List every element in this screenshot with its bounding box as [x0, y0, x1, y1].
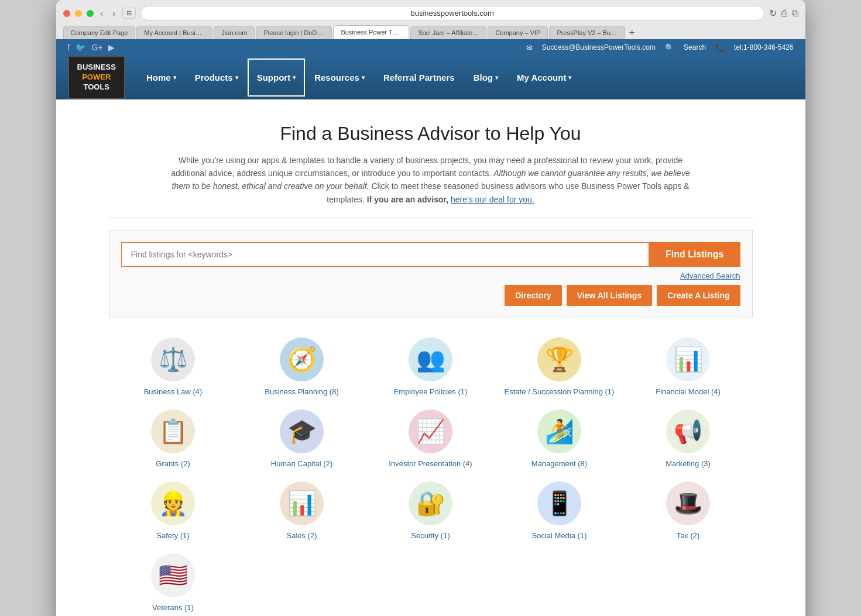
category-icon-4: 📊 — [665, 336, 712, 383]
category-item-7[interactable]: 📈Investor Presentation (4) — [372, 408, 489, 468]
category-link-4[interactable]: Financial Model (4) — [656, 387, 721, 396]
email-link[interactable]: Success@BusinessPowerTools.com — [542, 43, 656, 51]
category-item-6[interactable]: 🎓Human Capital (2) — [243, 408, 361, 468]
category-item-3[interactable]: 🏆Estate / Succession Planning (1) — [501, 336, 618, 396]
category-item-14[interactable]: 🎩Tax (2) — [630, 480, 747, 540]
category-icon-6: 🎓 — [279, 408, 325, 455]
category-icon-3: 🏆 — [536, 336, 583, 383]
main-navigation: Home▾ Products▾ Support▾ Resources▾ Refe… — [137, 58, 581, 97]
category-link-5[interactable]: Grants (2) — [156, 459, 190, 468]
window-button[interactable]: ⧉ — [792, 8, 798, 19]
browser-chrome: ‹ › ⊞ businesspowertools.com ↻ ⎙ ⧉ Compa… — [56, 0, 805, 39]
category-link-13[interactable]: Social Media (1) — [532, 531, 587, 540]
close-dot[interactable] — [63, 10, 70, 17]
category-item-15[interactable]: 🇺🇸Veterans (1) — [115, 552, 232, 612]
tab-jian[interactable]: Jian.com — [214, 26, 255, 39]
category-icon-14: 🎩 — [665, 480, 712, 526]
category-icon-15: 🇺🇸 — [150, 552, 197, 598]
advisor-deal-link[interactable]: here's our deal for you. — [451, 195, 534, 204]
twitter-icon[interactable]: 🐦 — [76, 43, 85, 52]
tab-my-account[interactable]: My Account | Business... — [136, 26, 212, 39]
tab-pressplay[interactable]: PressPlay V2 – Builder — [549, 26, 625, 39]
tab-please-login[interactable]: Please login | DeDomi... — [256, 26, 332, 39]
create-listing-button[interactable]: Create A Listing — [657, 285, 740, 306]
back-button[interactable]: ‹ — [98, 8, 106, 19]
category-icon-10: 👷 — [150, 480, 197, 526]
youtube-icon[interactable]: ▶ — [108, 43, 115, 52]
search-actions: Directory View All Listings Create A Lis… — [121, 285, 740, 306]
category-link-9[interactable]: Marketing (3) — [666, 459, 711, 468]
top-bar-social: f 🐦 G+ ▶ — [68, 43, 115, 52]
reload-button[interactable]: ↻ — [769, 8, 777, 19]
category-link-8[interactable]: Management (8) — [531, 459, 587, 468]
category-link-10[interactable]: Safety (1) — [156, 531, 189, 540]
category-icon-8: 🏄 — [536, 408, 583, 455]
share-button[interactable]: ⎙ — [781, 8, 787, 19]
tab-business-power-tools[interactable]: Business Power Tools... — [333, 25, 409, 39]
category-item-2[interactable]: 👥Employee Policies (1) — [372, 336, 489, 396]
category-link-2[interactable]: Employee Policies (1) — [394, 387, 468, 396]
nav-my-account[interactable]: My Account▾ — [507, 58, 581, 97]
category-item-5[interactable]: 📋Grants (2) — [115, 408, 232, 468]
category-grid: ⚖️Business Law (4)🧭Business Planning (8)… — [109, 336, 753, 612]
find-listings-button[interactable]: Find Listings — [649, 242, 740, 267]
category-link-1[interactable]: Business Planning (8) — [265, 387, 338, 396]
tab-company-edit[interactable]: Company Edit Page — [63, 26, 136, 39]
maximize-dot[interactable] — [87, 10, 94, 17]
nav-blog[interactable]: Blog▾ — [464, 58, 507, 97]
category-link-14[interactable]: Tax (2) — [677, 531, 700, 540]
directory-button[interactable]: Directory — [505, 285, 561, 306]
category-icon-1: 🧭 — [279, 336, 325, 383]
category-link-15[interactable]: Veterans (1) — [152, 603, 194, 612]
page-subtitle: While you're using our apps & templates … — [167, 154, 694, 207]
category-icon-5: 📋 — [150, 408, 197, 455]
tab-soci-jam[interactable]: Soci Jam – Affiliate Inv... — [410, 26, 486, 39]
logo-text: BUSINESS POWER TOOLS — [77, 63, 116, 92]
address-bar[interactable]: businesspowertools.com — [140, 6, 764, 20]
category-item-0[interactable]: ⚖️Business Law (4) — [115, 336, 232, 396]
category-item-13[interactable]: 📱Social Media (1) — [501, 480, 618, 540]
category-link-6[interactable]: Human Capital (2) — [271, 459, 333, 468]
category-item-11[interactable]: 📊Sales (2) — [243, 480, 361, 540]
phone-link[interactable]: tel:1-800-346-5426 — [734, 43, 793, 51]
category-icon-9: 📢 — [665, 408, 712, 455]
search-input[interactable] — [121, 242, 649, 267]
category-item-10[interactable]: 👷Safety (1) — [115, 480, 232, 540]
facebook-icon[interactable]: f — [68, 43, 70, 52]
nav-resources[interactable]: Resources▾ — [305, 58, 374, 97]
category-link-7[interactable]: Investor Presentation (4) — [389, 459, 472, 468]
email-icon: ✉ — [526, 43, 533, 52]
nav-support[interactable]: Support▾ — [248, 58, 306, 97]
category-item-4[interactable]: 📊Financial Model (4) — [630, 336, 747, 396]
nav-products[interactable]: Products▾ — [186, 58, 248, 97]
logo[interactable]: BUSINESS POWER TOOLS — [68, 56, 125, 99]
view-all-listings-button[interactable]: View All Listings — [567, 285, 652, 306]
forward-button[interactable]: › — [110, 8, 118, 19]
content-divider — [109, 218, 753, 218]
search-icon: 🔍 — [665, 43, 674, 52]
category-item-12[interactable]: 🔐Security (1) — [372, 480, 489, 540]
tab-icon-button[interactable]: ⊞ — [122, 8, 136, 19]
category-item-1[interactable]: 🧭Business Planning (8) — [243, 336, 361, 396]
search-link[interactable]: Search — [684, 43, 706, 51]
category-icon-2: 👥 — [407, 336, 454, 383]
category-icon-0: ⚖️ — [150, 336, 197, 383]
category-icon-13: 📱 — [536, 480, 583, 526]
category-link-12[interactable]: Security (1) — [411, 531, 450, 540]
tab-company-vip[interactable]: Company – VIP — [488, 26, 548, 39]
category-item-8[interactable]: 🏄Management (8) — [501, 408, 618, 468]
category-link-3[interactable]: Estate / Succession Planning (1) — [505, 387, 615, 396]
category-link-0[interactable]: Business Law (4) — [144, 387, 203, 396]
browser-window: ‹ › ⊞ businesspowertools.com ↻ ⎙ ⧉ Compa… — [56, 0, 805, 616]
minimize-dot[interactable] — [75, 10, 82, 17]
googleplus-icon[interactable]: G+ — [91, 43, 102, 52]
advanced-search-link[interactable]: Advanced Search — [121, 271, 740, 280]
add-tab-button[interactable]: + — [626, 27, 637, 39]
page-title: Find a Business Advisor to Help You — [68, 123, 794, 144]
category-icon-11: 📊 — [279, 480, 325, 526]
nav-home[interactable]: Home▾ — [137, 58, 186, 97]
category-link-11[interactable]: Sales (2) — [286, 531, 317, 540]
top-bar-contact: ✉ Success@BusinessPowerTools.com 🔍 Searc… — [526, 43, 794, 52]
nav-referral-partners[interactable]: Referral Partners — [374, 58, 464, 97]
category-item-9[interactable]: 📢Marketing (3) — [630, 408, 747, 468]
